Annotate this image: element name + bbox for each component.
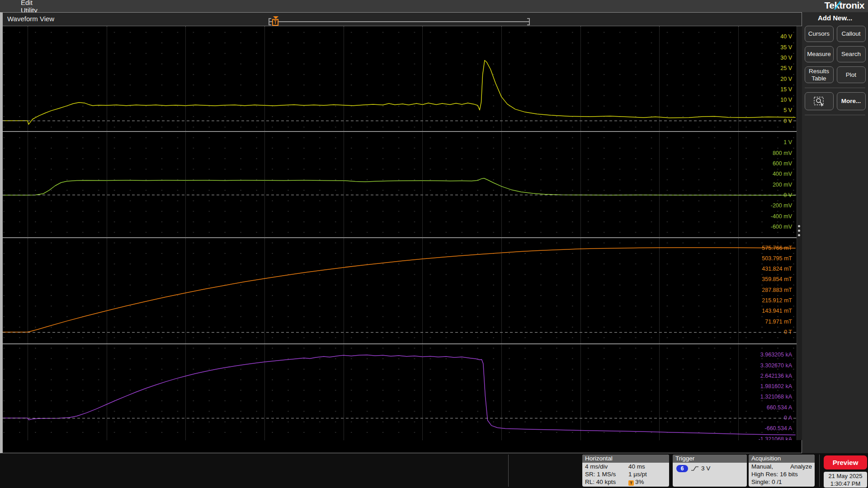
y-axis-label: 503.795 mT xyxy=(762,255,792,262)
y-axis-label: 600 mV xyxy=(773,160,792,167)
y-axis-label: 1 V xyxy=(783,139,792,145)
y-axis-label: 3.963205 kA xyxy=(760,352,792,358)
y-axis-label: 800 mV xyxy=(773,150,792,156)
y-axis-label: 10 V xyxy=(780,97,792,103)
drag-handle-icon[interactable] xyxy=(798,225,800,236)
tool-buttons: More... xyxy=(802,92,868,110)
settings-bar: Horizontal 4 ms/div40 ms SR: 1 MS/s1 µs/… xyxy=(0,453,868,488)
trace-u-photod xyxy=(3,178,796,195)
y-axis-label: 0 V xyxy=(783,118,792,124)
y-axis-label: -1.321068 kA xyxy=(759,436,792,440)
separator xyxy=(508,455,509,487)
add-new-buttons: CursorsCalloutMeasureSearchResults Table… xyxy=(802,26,868,83)
y-axis-label: 35 V xyxy=(780,44,792,51)
y-axis-label: -200 mV xyxy=(771,202,792,209)
time-label: 1:30:47 PM xyxy=(824,480,867,488)
y-axis-label: 359.854 mT xyxy=(762,276,792,282)
y-axis-label: 575.766 mT xyxy=(762,245,792,251)
trigger-position-percent: 3% xyxy=(635,479,644,485)
trigger-panel-title: Trigger xyxy=(673,455,747,463)
more-button[interactable]: More... xyxy=(837,92,866,110)
y-axis-label: 287.883 mT xyxy=(762,287,792,293)
y-axis-label: 1.981602 kA xyxy=(760,383,792,389)
zoom-select-icon xyxy=(813,96,825,107)
waveform-traces xyxy=(3,26,797,440)
tektronix-logo: Tektronix xyxy=(825,0,864,11)
y-axis-label: 200 mV xyxy=(773,182,792,188)
sample-interval: 1 µs/pt xyxy=(628,470,647,478)
section-divider xyxy=(3,343,797,344)
date-label: 21 May 2025 xyxy=(824,472,867,480)
waveform-view-title-bar: Waveform View T xyxy=(3,13,802,26)
y-axis-label: 25 V xyxy=(780,65,792,71)
zero-reference-line xyxy=(3,418,797,418)
horizontal-position-indicator[interactable]: T xyxy=(269,18,530,25)
trigger-level: 3 V xyxy=(701,465,710,472)
plot-button[interactable]: Plot xyxy=(837,66,866,83)
separator xyxy=(805,115,865,115)
waveform-view-title: Waveform View xyxy=(7,15,54,23)
measure-button[interactable]: Measure xyxy=(805,46,834,62)
y-axis-label: 71.971 mT xyxy=(765,319,792,325)
y-axis-label: -600 mV xyxy=(771,224,792,230)
trigger-panel[interactable]: Trigger 6 3 V xyxy=(673,455,747,487)
y-axis-label: -660.534 A xyxy=(765,425,792,432)
zoom-select-button[interactable] xyxy=(805,92,834,110)
horizontal-window: 40 ms xyxy=(628,463,645,470)
rising-edge-icon xyxy=(691,465,699,472)
acquisition-panel[interactable]: Acquisition Manual,Analyze High Res: 16 … xyxy=(749,455,815,487)
acquisition-resolution: High Res: 16 bits xyxy=(751,470,798,478)
menu-edit[interactable]: Edit xyxy=(21,0,38,6)
add-new-panel: Add New... CursorsCalloutMeasureSearchRe… xyxy=(802,12,868,453)
separator xyxy=(819,455,820,487)
sample-rate: SR: 1 MS/s xyxy=(585,470,628,478)
trigger-mini-icon: T xyxy=(628,480,634,486)
trace-i-p xyxy=(3,355,796,435)
section-divider xyxy=(3,237,797,238)
y-axis-label: 3.302670 kA xyxy=(760,362,792,369)
trace-u-loop-coil xyxy=(3,61,796,125)
acquisition-analyze: Analyze xyxy=(790,463,812,470)
zero-reference-line xyxy=(3,121,797,121)
y-axis-label: 20 V xyxy=(780,76,792,82)
y-axis-label: 15 V xyxy=(780,86,792,93)
separator xyxy=(805,88,865,88)
horizontal-panel[interactable]: Horizontal 4 ms/div40 ms SR: 1 MS/s1 µs/… xyxy=(582,455,669,487)
waveform-view-window: Waveform View T 40 V35 V30 V25 V20 V15 V… xyxy=(0,12,802,453)
add-new-title: Add New... xyxy=(802,14,868,22)
section-divider xyxy=(3,131,797,132)
position-line xyxy=(269,21,530,22)
y-axis-label: 40 V xyxy=(780,33,792,40)
trace-b-t xyxy=(3,248,796,332)
y-axis-label: 1.321068 kA xyxy=(760,394,792,400)
y-axis-label: 400 mV xyxy=(773,171,792,177)
y-axis-label: 660.534 A xyxy=(767,404,792,411)
y-axis-label: 0 V xyxy=(783,192,792,198)
zero-reference-line xyxy=(3,332,797,333)
acquisition-count: Single: 0 /1 xyxy=(751,478,782,486)
acquisition-panel-title: Acquisition xyxy=(749,455,815,463)
y-axis-label: -400 mV xyxy=(771,213,792,220)
horizontal-scale: 4 ms/div xyxy=(585,463,628,470)
y-axis-label: 0 T xyxy=(784,329,792,335)
trigger-position-marker-icon[interactable]: T xyxy=(272,16,279,27)
zero-reference-line xyxy=(3,195,797,195)
acquisition-mode: Manual, xyxy=(751,463,773,470)
y-axis-label: 215.912 mT xyxy=(762,297,792,304)
results-table-button[interactable]: Results Table xyxy=(805,66,834,83)
search-button[interactable]: Search xyxy=(837,46,866,62)
callout-button[interactable]: Callout xyxy=(837,26,866,42)
datetime-display[interactable]: 21 May 2025 1:30:47 PM xyxy=(824,472,867,488)
y-axis-label: 30 V xyxy=(780,55,792,61)
menu-bar: FileEditUtilityHelp Tektronix xyxy=(0,0,868,12)
y-axis-label: 0 A xyxy=(784,415,792,421)
trigger-source-badge: 6 xyxy=(676,465,688,472)
y-axis-label: 5 V xyxy=(783,107,792,113)
cursors-button[interactable]: Cursors xyxy=(805,26,834,42)
graticule[interactable]: 40 V35 V30 V25 V20 V15 V10 V5 V0 V1 V800… xyxy=(3,26,797,440)
preview-button[interactable]: Preview xyxy=(824,455,867,469)
horizontal-panel-title: Horizontal xyxy=(582,455,669,463)
y-axis-label: 143.941 mT xyxy=(762,308,792,314)
y-axis-label: 2.642136 kA xyxy=(760,373,792,379)
right-bracket xyxy=(527,18,530,25)
